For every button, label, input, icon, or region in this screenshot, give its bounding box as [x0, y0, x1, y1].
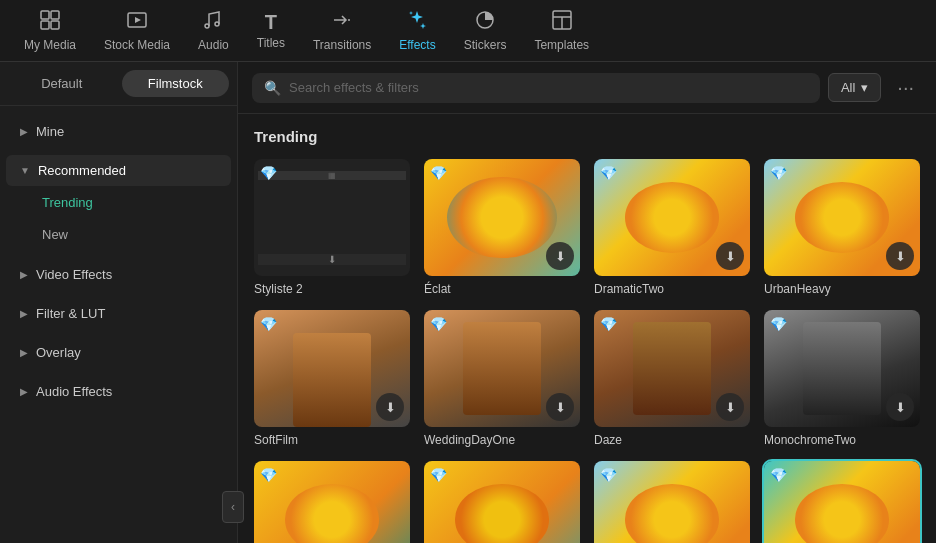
- effects-scroll[interactable]: Trending ▦ ⬇ 💎 Styliste 2: [238, 114, 936, 543]
- filter-chevron-icon: ▾: [861, 80, 868, 95]
- more-options-button[interactable]: ···: [889, 72, 922, 103]
- download-button[interactable]: ⬇: [546, 242, 574, 270]
- nav-item-titles[interactable]: T Titles: [243, 4, 299, 58]
- gem-badge: 💎: [770, 467, 787, 483]
- nav-item-audio[interactable]: Audio: [184, 1, 243, 60]
- tab-default[interactable]: Default: [8, 70, 116, 97]
- gem-badge: 💎: [600, 165, 617, 181]
- chevron-video-effects: ▶: [20, 269, 28, 280]
- effect-name: Styliste 2: [254, 282, 410, 296]
- gem-badge: 💎: [430, 165, 447, 181]
- search-input[interactable]: [289, 80, 808, 95]
- svg-rect-1: [51, 11, 59, 19]
- section-header-video-effects[interactable]: ▶ Video Effects: [6, 259, 231, 290]
- section-mine: ▶ Mine: [0, 112, 237, 151]
- section-header-audio-effects[interactable]: ▶ Audio Effects: [6, 376, 231, 407]
- top-navigation: My Media Stock Media Audio T Titles: [0, 0, 936, 62]
- sidebar: Default Filmstock ▶ Mine ▼ Recommended T…: [0, 62, 238, 543]
- nav-item-my-media[interactable]: My Media: [10, 1, 90, 60]
- effect-card-styliste2[interactable]: ▦ ⬇ 💎 Styliste 2: [254, 159, 410, 296]
- download-button[interactable]: ⬇: [886, 242, 914, 270]
- effect-name: Daze: [594, 433, 750, 447]
- tab-filmstock[interactable]: Filmstock: [122, 70, 230, 97]
- effect-card-monochometwo[interactable]: 💎 ⬇ MonochromeTwo: [764, 310, 920, 447]
- section-header-recommended[interactable]: ▼ Recommended: [6, 155, 231, 186]
- nav-label-audio: Audio: [198, 38, 229, 52]
- sidebar-collapse-button[interactable]: ‹: [222, 491, 244, 523]
- gem-badge: 💎: [260, 165, 277, 181]
- nav-label-titles: Titles: [257, 36, 285, 50]
- chevron-mine: ▶: [20, 126, 28, 137]
- search-icon: 🔍: [264, 80, 281, 96]
- chevron-overlay: ▶: [20, 347, 28, 358]
- sidebar-item-new[interactable]: New: [6, 219, 231, 250]
- effect-card-daze[interactable]: 💎 ⬇ Daze: [594, 310, 750, 447]
- effect-name: MonochromeTwo: [764, 433, 920, 447]
- section-recommended: ▼ Recommended Trending New: [0, 151, 237, 255]
- nav-label-effects: Effects: [399, 38, 435, 52]
- effect-card-urbanhigh[interactable]: 💎 ⬇ UrbanHigh: [594, 461, 750, 543]
- nav-label-stickers: Stickers: [464, 38, 507, 52]
- gem-badge: 💎: [770, 316, 787, 332]
- chevron-recommended: ▼: [20, 165, 30, 176]
- search-input-wrap[interactable]: 🔍: [252, 73, 820, 103]
- effects-icon: [406, 9, 428, 34]
- section-audio-effects: ▶ Audio Effects: [0, 372, 237, 411]
- nav-item-templates[interactable]: Templates: [520, 1, 603, 60]
- svg-rect-3: [51, 21, 59, 29]
- effect-card-weddingdayone[interactable]: 💎 ⬇ WeddingDayOne: [424, 310, 580, 447]
- stickers-icon: [474, 9, 496, 34]
- section-label-audio-effects: Audio Effects: [36, 384, 112, 399]
- nav-item-stock-media[interactable]: Stock Media: [90, 1, 184, 60]
- gem-badge: 💎: [430, 467, 447, 483]
- gem-badge: 💎: [430, 316, 447, 332]
- templates-icon: [551, 9, 573, 34]
- section-filter-lut: ▶ Filter & LUT: [0, 294, 237, 333]
- sidebar-item-trending[interactable]: Trending: [6, 187, 231, 218]
- nav-label-my-media: My Media: [24, 38, 76, 52]
- svg-rect-2: [41, 21, 49, 29]
- content-area: 🔍 All ▾ ··· Trending ▦: [238, 62, 936, 543]
- audio-icon: [202, 9, 224, 34]
- main-body: Default Filmstock ▶ Mine ▼ Recommended T…: [0, 62, 936, 543]
- download-button[interactable]: ⬇: [376, 393, 404, 421]
- effect-card-dramatictwo[interactable]: 💎 ⬇ DramaticTwo: [594, 159, 750, 296]
- nav-label-stock-media: Stock Media: [104, 38, 170, 52]
- svg-point-6: [205, 24, 209, 28]
- effects-grid: ▦ ⬇ 💎 Styliste 2 💎: [254, 159, 920, 543]
- download-button[interactable]: ⬇: [886, 393, 914, 421]
- effect-name: WeddingDayOne: [424, 433, 580, 447]
- download-button[interactable]: ⬇: [716, 393, 744, 421]
- nav-item-transitions[interactable]: Transitions: [299, 1, 385, 60]
- section-label-video-effects: Video Effects: [36, 267, 112, 282]
- effect-card-eclat[interactable]: 💎 ⬇ Éclat: [424, 159, 580, 296]
- filter-label: All: [841, 80, 855, 95]
- effect-name: UrbanHeavy: [764, 282, 920, 296]
- section-header-overlay[interactable]: ▶ Overlay: [6, 337, 231, 368]
- gem-badge: 💎: [260, 316, 277, 332]
- download-button[interactable]: ⬇: [716, 242, 744, 270]
- my-media-icon: [39, 9, 61, 34]
- section-overlay: ▶ Overlay: [0, 333, 237, 372]
- effect-card-directionblur[interactable]: 💎 ⬇ Direction blur: [764, 461, 920, 543]
- section-header-mine[interactable]: ▶ Mine: [6, 116, 231, 147]
- effect-card-dramatic[interactable]: 💎 ⬇ Dramatic: [424, 461, 580, 543]
- effect-card-urbanheavy[interactable]: 💎 ⬇ UrbanHeavy: [764, 159, 920, 296]
- section-video-effects: ▶ Video Effects: [0, 255, 237, 294]
- download-button[interactable]: ⬇: [546, 393, 574, 421]
- nav-item-stickers[interactable]: Stickers: [450, 1, 521, 60]
- section-label-recommended: Recommended: [38, 163, 126, 178]
- titles-icon: T: [265, 12, 277, 32]
- section-label-overlay: Overlay: [36, 345, 81, 360]
- effect-name: SoftFilm: [254, 433, 410, 447]
- effect-card-softfilm[interactable]: 💎 ⬇ SoftFilm: [254, 310, 410, 447]
- effect-card-contrasttwo[interactable]: 💎 ⬇ ContrastTwo: [254, 461, 410, 543]
- sidebar-tabs: Default Filmstock: [0, 62, 237, 106]
- filter-button[interactable]: All ▾: [828, 73, 881, 102]
- nav-item-effects[interactable]: Effects: [385, 1, 449, 60]
- gem-badge: 💎: [600, 467, 617, 483]
- section-title: Trending: [254, 128, 920, 145]
- gem-badge: 💎: [260, 467, 277, 483]
- collapse-icon: ‹: [231, 500, 235, 514]
- section-header-filter-lut[interactable]: ▶ Filter & LUT: [6, 298, 231, 329]
